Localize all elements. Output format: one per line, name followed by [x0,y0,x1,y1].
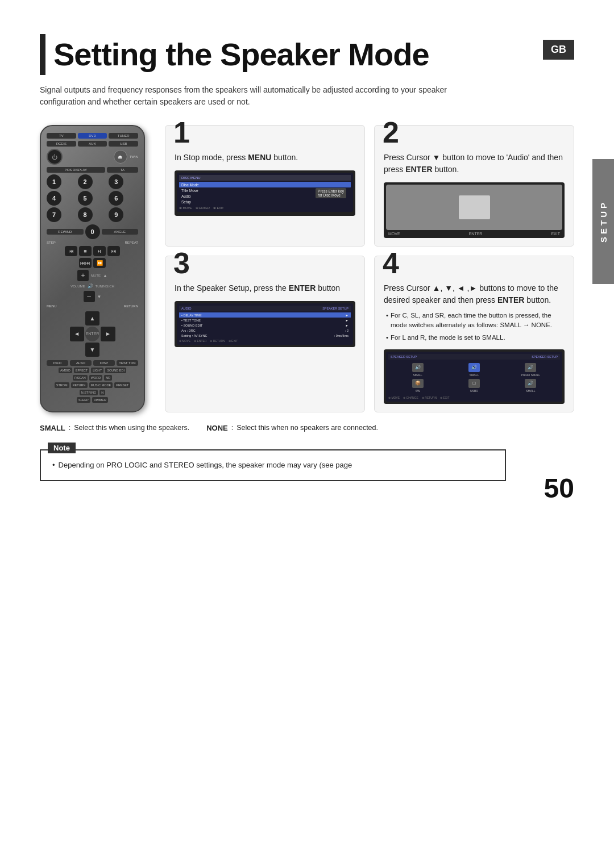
num-2-button[interactable]: 2 [78,174,93,189]
dvd-button[interactable]: DVD [78,133,107,139]
info-button[interactable]: INFO [47,360,68,366]
also-button[interactable]: ALSO [70,360,92,366]
num-6-button[interactable]: 6 [109,191,123,206]
tv-button[interactable]: TV [47,133,76,139]
mid-row: REWIND 0 ANGLE [47,224,138,239]
step-1-text: In Stop mode, press MENU button. [175,152,355,164]
spk-header-left: SPEAKER SETUP [391,355,417,358]
source-buttons-2: RCEIS AUX USB [47,141,138,147]
enter-button[interactable]: ENTER [85,327,99,341]
num-0-button[interactable]: 0 [85,224,100,239]
step-1-number: 1 [173,118,190,147]
spk-header-right: SPEAKER SETUP [532,355,558,358]
legend-none: NONE : Select this when no speakers are … [206,424,378,432]
disp-button[interactable]: DISP [93,360,115,366]
ff-button[interactable]: ⏩ [93,258,106,268]
step-3-card: 3 In the Speaker Setup, press the ENTER … [165,256,365,412]
angle-btn[interactable]: ANGLE [102,229,139,235]
num-3-button[interactable]: 3 [109,174,123,189]
spk-r-icon: 🔊 [525,363,536,372]
rewind-btn[interactable]: REWIND [47,229,84,235]
page-number: 50 [544,473,574,504]
pscan-button[interactable]: P.SCAN [73,375,88,381]
musicmode-button[interactable]: MUSIC MODE [89,382,113,388]
nav-corner-br [101,343,115,357]
fn-row-2: P.SCAN WORD NR [47,375,138,381]
spk-user-icon: □ [468,379,480,388]
spk-sr-label: SMALL [526,389,535,393]
drc-row: Arc : DRC : 2 [179,328,351,333]
setup-speaker-setup-label: SPEAKER SETUP [322,307,349,310]
num-4-button[interactable]: 4 [47,191,61,206]
num-7-button[interactable]: 7 [47,207,61,222]
usb-button[interactable]: USB [109,141,138,147]
nav-down-button[interactable]: ▼ [85,343,99,357]
nrz-button[interactable]: NR [104,375,112,381]
test-tone-label: • TEST TONE [181,319,201,322]
legend-small-sep: : [69,424,70,432]
nav-right-button[interactable]: ► [101,327,115,341]
nav-cross: ▲ ◄ ENTER ► ▼ [70,311,115,357]
step-3-screen: AUDIO SPEAKER SETUP • DELAY TIME ► • TES… [175,301,355,347]
nstring-button[interactable]: N.STRING [80,390,98,395]
word-button[interactable]: WORD [89,375,102,381]
tuner-button[interactable]: TUNER [109,133,138,139]
effect-button[interactable]: EFFECT [74,368,89,373]
note-text: Depending on PRO LOGIC and STEREO settin… [52,460,493,471]
strom-button[interactable]: STROM [55,382,69,388]
disc-menu-screen: DISC MENU Disc Mode Title Move Audio Set… [177,173,353,212]
returno-button[interactable]: RETURN [71,382,88,388]
power-button[interactable]: ⏻ [47,149,63,165]
vol-minus-button[interactable]: – [84,291,95,302]
step-4-card: 4 Press Cursor ▲, ▼, ◄ ,► buttons to mov… [374,256,574,412]
numpad: 1 2 3 4 5 6 7 8 9 [47,174,138,222]
menu-setup: Setup [179,199,351,205]
display-row: POS DISPLAY TA [47,167,138,173]
spk-l-icon: 🔊 [412,363,424,372]
soundedit-button[interactable]: SOUND EDI [105,368,126,373]
nlabel-button[interactable]: N [99,390,105,395]
playpause-button[interactable]: ⏯ [93,246,106,256]
volume-row: + MUTE ▲ [47,270,138,281]
num-9-button[interactable]: 9 [109,207,123,222]
nav-up-button[interactable]: ▲ [85,311,99,326]
pos-display-button[interactable]: POS DISPLAY [47,167,105,173]
move-label: MOVE [388,232,400,236]
remote-wrap: TV DVD TUNER RCEIS AUX USB ⏻ ⏏ TWIN [40,125,154,412]
next-button[interactable]: ⏭ [107,246,120,256]
num-8-button[interactable]: 8 [78,207,93,222]
dimmer-button[interactable]: DIMMER [92,397,108,403]
spk-sr-icon: 🔊 [525,379,536,388]
step-4-bullets: For C, SL, and SR, each time the button … [384,311,565,343]
step-1-card: 1 In Stop mode, press MENU button. DISC … [165,125,365,247]
light-button[interactable]: LIGHT [91,368,103,373]
setup-menu-header: AUDIO SPEAKER SETUP [179,306,351,311]
legend-none-text: Select this when no speakers are connect… [237,424,378,432]
ta-button[interactable]: TA [107,167,138,173]
preset-button[interactable]: PRESET [114,382,130,388]
num-1-button[interactable]: 1 [47,174,61,189]
num-5-button[interactable]: 5 [78,191,93,206]
vol-plus-button[interactable]: + [77,270,89,281]
rceis-button[interactable]: RCEIS [47,141,76,147]
testton-button[interactable]: TEST TON [117,360,138,366]
test-tone-arrow: ► [346,319,349,322]
stop-button[interactable]: ■ [79,246,92,256]
ambio-button[interactable]: AMBIO [59,368,72,373]
spk-footer: ⊕ MOVE ⊕ CHANGE ⊕ RETURN ⊕ EXIT [388,396,560,399]
eject-button[interactable]: ⏏ [114,150,127,164]
nav-left-button[interactable]: ◄ [70,327,84,341]
setup-footer: ⊕ MOVE ⊕ ENTER ⊕ RETURN ⊕ EXIT [179,339,351,343]
audio-footer: MOVE ENTER EXIT [386,232,562,236]
bullet-2: For L and R, the mode is set to SMALL. [386,333,562,343]
transport-row: ⏮ ■ ⏯ ⏭ [47,246,138,256]
sleep-button[interactable]: SLEEP [77,397,90,403]
setup-audio-label: AUDIO [181,307,191,310]
step-label: STEP [47,241,56,244]
spk-sw: 📦 SW [391,379,445,393]
nav-corner-tr [101,311,115,326]
spk-c-icon: 🔊 [468,363,480,372]
skipback-button[interactable]: ⏮⏮ [79,258,92,268]
prev-button[interactable]: ⏮ [65,246,77,256]
aux-button[interactable]: AUX [78,141,107,147]
